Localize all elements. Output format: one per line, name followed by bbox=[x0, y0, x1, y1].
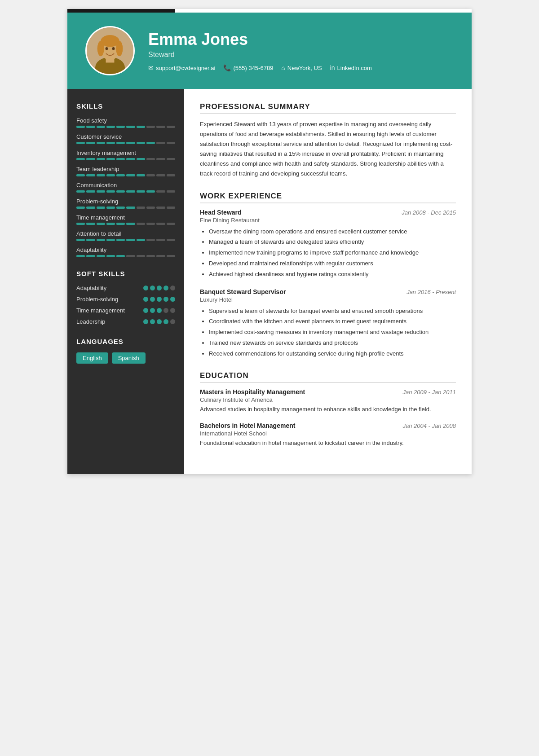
edu-desc: Foundational education in hotel manageme… bbox=[200, 439, 456, 448]
website-value: LinkedIn.com bbox=[337, 65, 372, 71]
skill-bar-segment bbox=[76, 174, 85, 176]
email-value: support@cvdesigner.ai bbox=[156, 65, 215, 71]
education-section: EDUCATION Masters in Hospitality Managem… bbox=[200, 371, 456, 448]
skill-bar-segment bbox=[86, 207, 95, 209]
skill-bar bbox=[76, 190, 175, 193]
edu-entry: Bachelors in Hotel ManagementJan 2004 - … bbox=[200, 422, 456, 448]
skill-bar-segment bbox=[97, 126, 105, 128]
skill-bar-segment bbox=[86, 255, 95, 257]
skill-name: Attention to detail bbox=[76, 230, 175, 237]
edu-school: International Hotel School bbox=[200, 430, 456, 437]
skill-bar-segment bbox=[86, 142, 95, 144]
skill-bar-segment bbox=[126, 239, 135, 241]
contact-website: in LinkedIn.com bbox=[330, 64, 372, 71]
location-icon: ⌂ bbox=[281, 64, 285, 71]
skill-bar-segment bbox=[126, 207, 135, 209]
skill-bar-segment bbox=[97, 158, 105, 160]
soft-skill-dot bbox=[157, 297, 162, 302]
soft-skill-dot bbox=[163, 319, 168, 324]
contact-email: ✉ support@cvdesigner.ai bbox=[148, 64, 215, 71]
soft-skill-dot bbox=[157, 308, 162, 313]
edu-dates: Jan 2009 - Jan 2011 bbox=[402, 389, 456, 396]
skill-bar bbox=[76, 223, 175, 225]
job-bullet: Achieved highest cleanliness and hygiene… bbox=[209, 270, 456, 279]
skill-bar bbox=[76, 158, 175, 160]
skill-bar bbox=[76, 239, 175, 241]
skill-item: Problem-solving bbox=[76, 198, 175, 209]
edu-school: Culinary Institute of America bbox=[200, 396, 456, 403]
svg-point-8 bbox=[112, 47, 115, 50]
soft-skill-dot bbox=[150, 319, 155, 324]
svg-point-7 bbox=[106, 47, 108, 50]
svg-point-6 bbox=[116, 41, 123, 56]
job-bullet: Supervised a team of stewards for banque… bbox=[209, 307, 456, 316]
skill-name: Adaptability bbox=[76, 246, 175, 253]
edu-header: Masters in Hospitality ManagementJan 200… bbox=[200, 388, 456, 396]
header: Emma Jones Steward ✉ support@cvdesigner.… bbox=[67, 13, 472, 89]
skill-bar-segment bbox=[156, 174, 165, 176]
phone-value: (555) 345-6789 bbox=[233, 65, 273, 71]
skill-bar-segment bbox=[167, 255, 175, 257]
soft-skill-dot bbox=[143, 286, 148, 290]
contact-location: ⌂ NewYork, US bbox=[281, 64, 322, 71]
job-bullet: Coordinated with the kitchen and event p… bbox=[209, 317, 456, 326]
skill-bar-segment bbox=[156, 223, 165, 225]
soft-skill-item: Problem-solving bbox=[76, 296, 175, 303]
skill-name: Inventory management bbox=[76, 149, 175, 156]
job-title: Head Steward bbox=[200, 209, 242, 216]
sidebar: SKILLS Food safetyCustomer serviceInvent… bbox=[67, 89, 184, 474]
skill-bar-segment bbox=[116, 158, 125, 160]
skill-bar-segment bbox=[106, 207, 115, 209]
skill-bar-segment bbox=[116, 126, 125, 128]
job-entry: Banquet Steward SupervisorJan 2016 - Pre… bbox=[200, 288, 456, 359]
skill-bar-segment bbox=[106, 158, 115, 160]
email-icon: ✉ bbox=[148, 64, 154, 71]
soft-skills-section: SOFT SKILLS AdaptabilityProblem-solvingT… bbox=[76, 270, 175, 325]
skill-bar-segment bbox=[86, 174, 95, 176]
soft-skills-list: AdaptabilityProblem-solvingTime manageme… bbox=[76, 285, 175, 325]
skill-bar-segment bbox=[116, 190, 125, 193]
edu-dates: Jan 2004 - Jan 2008 bbox=[402, 422, 456, 429]
language-tag: Spanish bbox=[112, 352, 146, 364]
soft-skill-dot bbox=[143, 319, 148, 324]
header-info: Emma Jones Steward ✉ support@cvdesigner.… bbox=[148, 30, 454, 71]
edu-header: Bachelors in Hotel ManagementJan 2004 - … bbox=[200, 422, 456, 429]
skill-bar-segment bbox=[97, 223, 105, 225]
summary-title: PROFESSIONAL SUMMARY bbox=[200, 102, 456, 114]
languages-section: LANGUAGES EnglishSpanish bbox=[76, 338, 175, 364]
skill-bar-segment bbox=[126, 158, 135, 160]
job-title: Banquet Steward Supervisor bbox=[200, 288, 286, 295]
header-title: Steward bbox=[148, 51, 454, 59]
skill-bar bbox=[76, 126, 175, 128]
skill-bar-segment bbox=[86, 239, 95, 241]
soft-skill-dot bbox=[150, 297, 155, 302]
skill-bar-segment bbox=[167, 190, 175, 193]
skill-bar-segment bbox=[76, 223, 85, 225]
skill-bar-segment bbox=[86, 126, 95, 128]
skill-bar-segment bbox=[156, 255, 165, 257]
skill-bar-segment bbox=[167, 158, 175, 160]
skill-name: Time management bbox=[76, 214, 175, 221]
skill-bar-segment bbox=[97, 174, 105, 176]
skill-bar-segment bbox=[146, 255, 155, 257]
skill-bar-segment bbox=[167, 142, 175, 144]
skill-bar-segment bbox=[76, 239, 85, 241]
soft-skill-item: Leadership bbox=[76, 318, 175, 325]
skill-bar-segment bbox=[116, 142, 125, 144]
edu-entry: Masters in Hospitality ManagementJan 200… bbox=[200, 388, 456, 414]
soft-skill-dot bbox=[150, 308, 155, 313]
soft-skill-item: Time management bbox=[76, 307, 175, 314]
skill-bar-segment bbox=[126, 255, 135, 257]
skill-bar-segment bbox=[167, 126, 175, 128]
skill-item: Food safety bbox=[76, 117, 175, 128]
skill-bar-segment bbox=[167, 223, 175, 225]
skill-bar-segment bbox=[76, 142, 85, 144]
skill-bar-segment bbox=[106, 239, 115, 241]
svg-point-5 bbox=[97, 41, 104, 56]
skill-bar-segment bbox=[137, 126, 145, 128]
job-bullet: Developed and maintained relationships w… bbox=[209, 259, 456, 268]
soft-skill-dot bbox=[163, 286, 168, 290]
skill-bar-segment bbox=[116, 239, 125, 241]
soft-skill-dot bbox=[170, 297, 175, 302]
job-company: Luxury Hotel bbox=[200, 296, 456, 303]
